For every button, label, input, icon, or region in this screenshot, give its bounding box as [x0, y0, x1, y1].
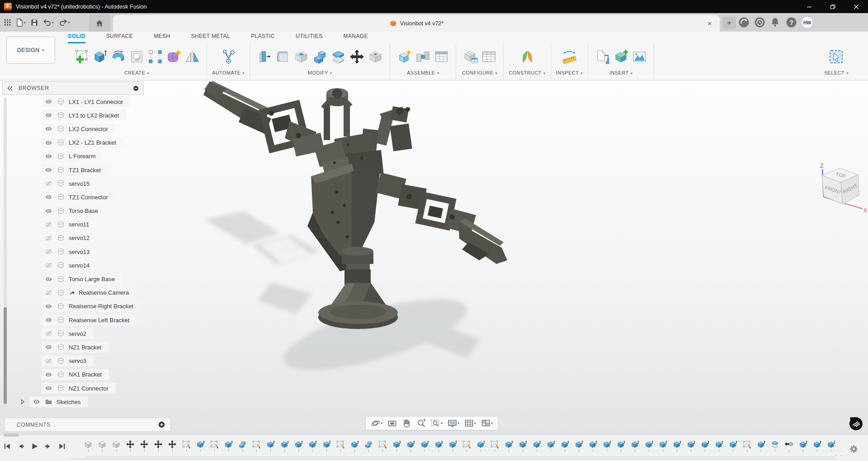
robot-right-arm[interactable]	[376, 173, 507, 264]
timeline-feature-extrude[interactable]	[616, 440, 625, 452]
collapse-panel-icon[interactable]	[7, 86, 13, 91]
timeline-feature-combine[interactable]	[364, 440, 373, 452]
eye-icon[interactable]	[44, 303, 53, 310]
eye-icon[interactable]	[44, 385, 53, 392]
insert-derive-icon[interactable]	[593, 44, 612, 69]
timeline-feature-extrude[interactable]	[560, 440, 569, 452]
timeline-feature-extrude[interactable]	[700, 440, 709, 452]
timeline-feature-extrude[interactable]	[308, 440, 317, 452]
browser-header[interactable]: BROWSER	[2, 81, 144, 95]
browser-folder-row[interactable]: Sketches	[0, 395, 156, 409]
timeline-feature-extrude[interactable]	[476, 440, 485, 452]
eye-icon[interactable]	[44, 371, 53, 378]
go-to-start-button[interactable]	[4, 442, 11, 450]
new-component-icon[interactable]	[395, 44, 414, 69]
zoom-icon[interactable]	[415, 418, 427, 429]
timeline-feature-move[interactable]	[154, 440, 163, 452]
ribbon-group-label[interactable]: SELECT▾	[824, 70, 849, 75]
timeline-feature-combine[interactable]	[238, 440, 247, 452]
timeline-feature-extrude[interactable]	[602, 440, 611, 452]
mirror-icon[interactable]	[183, 44, 202, 69]
timeline-feature-joint[interactable]	[784, 440, 793, 452]
timeline-feature-extrude[interactable]	[588, 440, 597, 452]
hole-icon[interactable]	[127, 44, 146, 69]
panel-display-icon[interactable]	[133, 85, 139, 91]
timeline-scroll-track[interactable]	[69, 458, 837, 459]
redo-button[interactable]: ▾	[58, 17, 71, 28]
tab-mesh[interactable]: MESH	[154, 33, 170, 43]
timeline-feature-extrude[interactable]	[798, 440, 807, 452]
step-back-button[interactable]	[17, 442, 25, 450]
extrude-icon[interactable]	[90, 44, 109, 69]
eye-icon[interactable]	[32, 398, 41, 405]
browser-item[interactable]: servo11	[0, 218, 156, 231]
step-forward-button[interactable]	[44, 442, 52, 450]
help-icon[interactable]: ?	[786, 17, 797, 28]
create-sketch-icon[interactable]	[72, 44, 90, 69]
timeline-feature-extrude[interactable]	[714, 440, 723, 452]
new-tab-button[interactable]: +	[722, 17, 736, 29]
view-cube[interactable]: TOP FRONT RIGHT Z X	[807, 162, 868, 218]
timeline-feature-move[interactable]	[140, 440, 149, 452]
timeline-feature-extrude[interactable]	[672, 440, 681, 452]
home-view-button[interactable]	[89, 14, 110, 32]
timeline-feature-extrude[interactable]	[322, 440, 331, 452]
workspace-selector[interactable]: DESIGN▾	[6, 37, 55, 64]
minimize-button[interactable]	[797, 0, 821, 13]
timeline-feature-extrude[interactable]	[574, 440, 583, 452]
configuration-table-icon[interactable]	[480, 44, 498, 69]
grid-display-icon[interactable]: ▾	[463, 418, 477, 429]
ribbon-group-label[interactable]: CONSTRUCT▾	[509, 70, 546, 75]
browser-item[interactable]: servo13	[0, 245, 156, 259]
browser-item[interactable]: L Forearm	[0, 150, 156, 163]
timeline-feature-extrude[interactable]	[350, 440, 359, 452]
browser-item[interactable]: NX1 Bracket	[0, 368, 156, 381]
browser-item[interactable]: TZ1 Connector	[0, 190, 156, 204]
assistant-chat-icon[interactable]	[848, 416, 864, 432]
file-menu-button[interactable]: ▾	[15, 17, 27, 28]
select-icon[interactable]	[827, 44, 845, 69]
browser-item[interactable]: NZ1 Connector	[0, 381, 156, 395]
eye-icon[interactable]	[44, 112, 53, 119]
orbit-icon[interactable]: ▾	[369, 418, 384, 429]
look-at-icon[interactable]	[386, 418, 398, 429]
play-button[interactable]	[31, 442, 38, 450]
timeline-feature-extrude[interactable]	[728, 440, 737, 452]
save-button[interactable]	[30, 18, 39, 28]
eye-off-icon[interactable]	[44, 330, 53, 337]
timeline-feature-extrude[interactable]	[196, 440, 205, 452]
timeline-feature-sketch[interactable]	[742, 440, 751, 452]
browser-item[interactable]: LY1 to LX2 Bracket	[0, 108, 156, 122]
browser-item[interactable]: Torso Base	[0, 204, 156, 218]
combine-icon[interactable]	[311, 44, 329, 69]
timeline-feature-extrude[interactable]	[266, 440, 275, 452]
timeline-feature-extrude[interactable]	[392, 440, 401, 452]
timeline-feature-extrude[interactable]	[826, 440, 835, 452]
browser-item[interactable]: Realsense Right Bracket	[0, 300, 156, 313]
rectangular-pattern-icon[interactable]	[146, 44, 165, 69]
go-to-end-button[interactable]	[58, 442, 66, 450]
browser-item[interactable]: TZ1 Bracket	[0, 163, 156, 177]
job-status-icon[interactable]	[754, 17, 765, 28]
tab-close-icon[interactable]: ×	[705, 19, 714, 28]
timeline-feature-sketch[interactable]	[182, 440, 191, 452]
robot-base[interactable]	[318, 247, 398, 329]
ribbon-group-label[interactable]: AUTOMATE▾	[212, 70, 245, 75]
timeline-feature-sketch[interactable]	[210, 440, 219, 452]
joint-icon[interactable]	[414, 44, 432, 69]
timeline-feature-extrude[interactable]	[420, 440, 429, 452]
ribbon-group-label[interactable]: INSPECT▾	[556, 70, 583, 75]
ribbon-group-label[interactable]: ASSEMBLE▾	[407, 70, 439, 75]
undo-button[interactable]: ▾	[42, 17, 55, 28]
eye-off-icon[interactable]	[44, 235, 53, 242]
create-form-icon[interactable]	[165, 44, 183, 69]
browser-item[interactable]: Torso Large Base	[0, 272, 156, 286]
extensions-icon[interactable]	[738, 17, 750, 28]
timeline-feature-split[interactable]	[770, 440, 779, 452]
split-body-icon[interactable]	[329, 44, 348, 69]
eye-icon[interactable]	[44, 153, 53, 160]
browser-item[interactable]: servo3	[0, 354, 156, 368]
automate-icon[interactable]	[219, 44, 238, 69]
tab-solid[interactable]: SOLID	[68, 33, 85, 43]
timeline-feature-extrude[interactable]	[812, 440, 821, 452]
